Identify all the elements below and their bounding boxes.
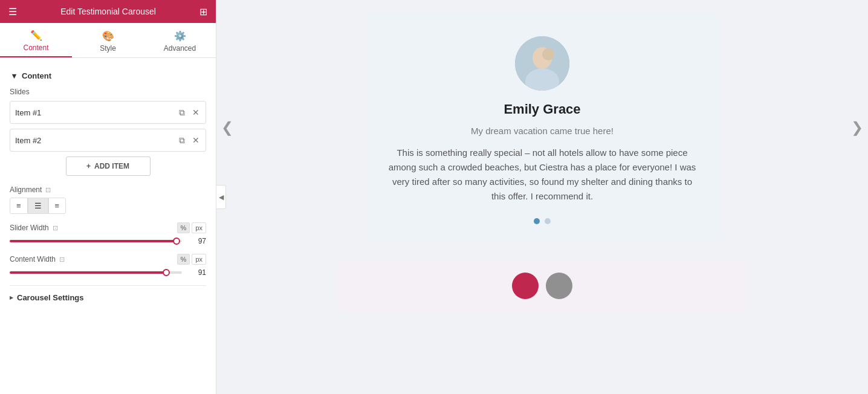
tab-style[interactable]: 🎨 Style	[72, 23, 144, 57]
align-right-button[interactable]: ≡	[48, 198, 66, 214]
slider-width-row: 97	[10, 237, 206, 245]
slider-width-info-icon: ⊡	[53, 224, 58, 232]
style-tab-label: Style	[100, 44, 116, 53]
grid-icon[interactable]: ⊞	[199, 6, 207, 18]
content-width-row: 91	[10, 268, 206, 277]
slide-item-1: Item #1 ⧉ ✕	[10, 101, 206, 124]
content-width-value: 91	[187, 268, 206, 277]
avatar	[515, 36, 569, 91]
right-area: ◀ ❮ Emily Grace My	[216, 0, 868, 394]
panel-body: ▾ Content Slides Item #1 ⧉ ✕ Item #2 ⧉ ✕…	[0, 58, 216, 394]
carousel-next-button[interactable]: ❯	[846, 114, 868, 141]
second-card-avatar-gray	[546, 273, 572, 299]
content-section-label: Content	[22, 71, 51, 80]
svg-point-3	[542, 48, 554, 60]
content-width-info-icon: ⊡	[59, 256, 65, 263]
content-width-thumb[interactable]	[163, 269, 170, 276]
alignment-info-icon: ⊡	[45, 186, 51, 194]
content-width-percent-btn[interactable]: %	[177, 254, 190, 265]
slider-width-px-btn[interactable]: px	[192, 222, 206, 233]
slide-2-delete-button[interactable]: ✕	[191, 134, 201, 146]
testimonial-body: This is something really special – not a…	[385, 146, 699, 204]
dot-1[interactable]	[534, 218, 540, 224]
testimonial-card: Emily Grace My dream vacation came true …	[367, 12, 717, 242]
menu-icon[interactable]: ☰	[8, 6, 17, 18]
second-card	[337, 260, 748, 311]
slider-width-value: 97	[187, 237, 206, 245]
add-item-label: ADD ITEM	[94, 162, 129, 170]
content-width-track[interactable]	[10, 271, 182, 274]
slide-1-delete-button[interactable]: ✕	[191, 106, 201, 118]
advanced-tab-label: Advanced	[164, 44, 196, 53]
content-width-px-btn[interactable]: px	[192, 254, 206, 265]
add-item-plus-icon: +	[86, 162, 91, 170]
content-width-label: Content Width	[10, 255, 56, 263]
second-preview-area	[216, 254, 868, 323]
carousel-settings-label: Carousel Settings	[17, 293, 84, 302]
preview-area: ❮ Emily Grace My dream vacation came	[216, 0, 868, 254]
slides-label: Slides	[10, 88, 206, 96]
panel-header: ☰ Edit Testimonial Carousel ⊞	[0, 0, 216, 23]
content-width-fill	[10, 271, 166, 274]
slider-width-field: Slider Width ⊡ % px 97	[10, 222, 206, 245]
content-collapse-icon: ▾	[10, 72, 18, 80]
slider-width-label: Slider Width	[10, 224, 49, 232]
dot-indicators	[385, 218, 699, 224]
align-center-button[interactable]: ☰	[28, 198, 48, 214]
align-left-button[interactable]: ≡	[10, 198, 28, 214]
panel-title: Edit Testimonial Carousel	[60, 7, 156, 16]
testimonial-name: Emily Grace	[385, 102, 699, 117]
content-width-label-row: Content Width ⊡ % px	[10, 254, 206, 265]
content-tab-label: Content	[23, 44, 48, 52]
alignment-buttons: ≡ ☰ ≡	[10, 198, 206, 214]
slider-width-percent-btn[interactable]: %	[177, 222, 190, 233]
tab-content[interactable]: ✏️ Content	[0, 23, 72, 57]
left-panel: ☰ Edit Testimonial Carousel ⊞ ✏️ Content…	[0, 0, 216, 394]
advanced-tab-icon: ⚙️	[174, 30, 186, 42]
slide-1-copy-button[interactable]: ⧉	[178, 106, 186, 119]
second-card-avatar-pink	[512, 273, 539, 299]
carousel-settings-caret: ▸	[10, 294, 13, 302]
content-section-header[interactable]: ▾ Content	[10, 65, 206, 85]
tab-advanced[interactable]: ⚙️ Advanced	[144, 23, 216, 57]
alignment-field: Alignment ⊡ ≡ ☰ ≡	[10, 186, 206, 214]
dot-2[interactable]	[545, 218, 551, 224]
add-item-button[interactable]: + ADD ITEM	[66, 157, 151, 176]
content-tab-icon: ✏️	[30, 30, 42, 41]
tab-bar: ✏️ Content 🎨 Style ⚙️ Advanced	[0, 23, 216, 58]
alignment-label: Alignment ⊡	[10, 186, 206, 194]
slider-width-fill	[10, 240, 177, 242]
slider-width-track[interactable]	[10, 240, 182, 242]
avatar-area	[385, 36, 699, 91]
carousel-wrapper: ❮ Emily Grace My dream vacation came	[235, 12, 850, 242]
slider-width-label-row: Slider Width ⊡ % px	[10, 222, 206, 233]
collapse-handle[interactable]: ◀	[216, 185, 226, 209]
slide-item-2-label: Item #2	[15, 136, 178, 145]
slider-width-thumb[interactable]	[173, 237, 180, 245]
slide-1-actions: ⧉ ✕	[178, 106, 201, 119]
content-width-field: Content Width ⊡ % px 91	[10, 254, 206, 277]
carousel-prev-button[interactable]: ❮	[216, 114, 238, 141]
slide-2-copy-button[interactable]: ⧉	[178, 134, 186, 147]
style-tab-icon: 🎨	[102, 30, 114, 42]
slide-2-actions: ⧉ ✕	[178, 134, 201, 147]
testimonial-subtitle: My dream vacation came true here!	[385, 126, 699, 136]
slide-item-1-label: Item #1	[15, 108, 178, 117]
slide-item-2: Item #2 ⧉ ✕	[10, 129, 206, 152]
carousel-settings-header[interactable]: ▸ Carousel Settings	[10, 285, 206, 307]
